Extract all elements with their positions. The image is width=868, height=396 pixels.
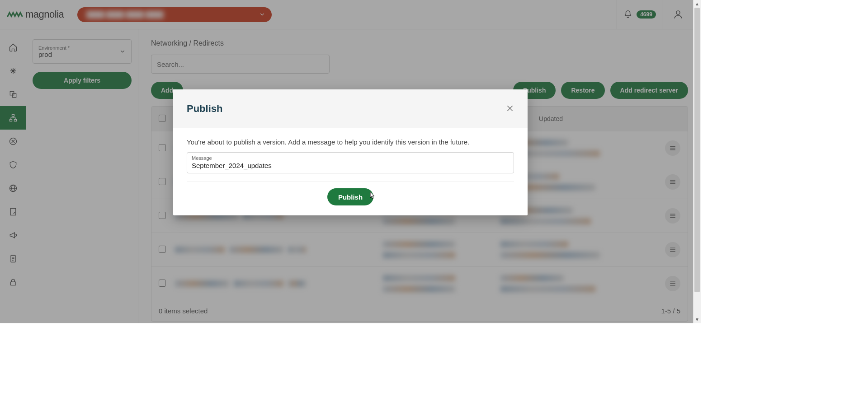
dialog-body: You're about to publish a version. Add a…	[173, 128, 528, 182]
vertical-scrollbar[interactable]: ▲ ▼	[693, 0, 701, 323]
dialog-title: Publish	[187, 103, 222, 115]
app-root: magnolia ████ ████ ████ ████ 4699	[0, 0, 701, 323]
scroll-thumb[interactable]	[694, 8, 700, 292]
dialog-footer: Publish	[173, 182, 528, 215]
modal-overlay[interactable]: Publish You're about to publish a versio…	[0, 0, 701, 323]
scroll-track[interactable]	[693, 8, 701, 316]
message-field-label: Message	[192, 155, 509, 161]
dialog-close-button[interactable]	[506, 104, 514, 114]
message-field[interactable]: Message	[187, 152, 514, 173]
close-icon	[506, 104, 514, 112]
message-input[interactable]	[192, 161, 509, 169]
dialog-description: You're about to publish a version. Add a…	[187, 138, 514, 146]
scroll-down-button[interactable]: ▼	[693, 316, 701, 323]
publish-confirm-button[interactable]: Publish	[327, 188, 373, 205]
publish-dialog: Publish You're about to publish a versio…	[173, 89, 528, 215]
scroll-up-button[interactable]: ▲	[693, 0, 701, 8]
dialog-header: Publish	[173, 89, 528, 128]
